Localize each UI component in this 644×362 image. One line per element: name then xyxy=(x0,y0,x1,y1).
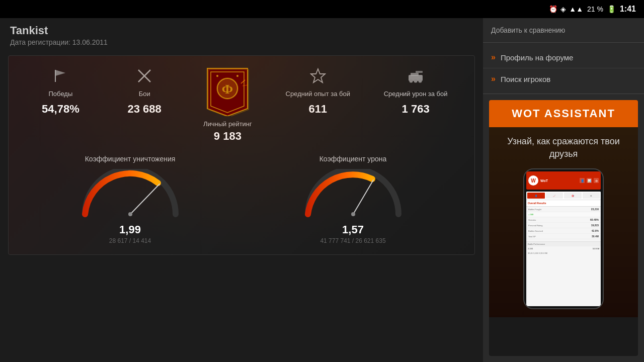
stat-avg-exp: Средний опыт за бой 611 xyxy=(286,66,350,116)
phone-top-bar: W WoT 👤 📊 ⚙ xyxy=(526,171,601,190)
destroy-coeff-label: Коэффициент уничтожения xyxy=(85,155,176,163)
phone-nav-item-2: 📈 xyxy=(546,193,564,199)
phone-row-4: Personal Rating 19,815 xyxy=(526,223,601,228)
svg-point-24 xyxy=(351,212,355,216)
tank-icon xyxy=(407,66,425,86)
wot-assistant-tagline: Узнай, как сражаются твои друзья xyxy=(497,135,630,160)
gauges-row: Коэффициент уничтожения xyxy=(19,155,464,244)
svg-rect-16 xyxy=(411,73,419,76)
avg-exp-value: 611 xyxy=(308,103,327,116)
avg-exp-label: Средний опыт за бой xyxy=(286,90,350,99)
destroy-coeff-sub: 28 617 / 14 414 xyxy=(109,237,151,244)
svg-point-11 xyxy=(236,75,238,77)
right-panel: Добавить к сравнению » Профиль на форуме… xyxy=(483,18,644,362)
center-emblem: Ф Личный рейтинг 9 183 xyxy=(203,66,252,143)
right-links: » Профиль на форуме » Поиск игроков xyxy=(483,43,644,94)
battles-label: Бои xyxy=(139,90,150,99)
phone-icon-2: 📊 xyxy=(587,178,592,183)
damage-gauge-canvas xyxy=(303,169,404,219)
stats-card: Победы 54,78% Бои 23 688 xyxy=(8,55,475,255)
gauge-damage: Коэффициент урона xyxy=(303,155,404,244)
username: Tankist xyxy=(10,24,473,37)
stats-top-row: Победы 54,78% Бои 23 688 xyxy=(19,66,464,143)
phone-nav: 👤 📈 🎯 ⚙ xyxy=(526,192,601,200)
link-forum-profile[interactable]: » Профиль на форуме xyxy=(483,47,644,68)
phone-row-3: Victories 60.49% xyxy=(526,217,601,223)
svg-text:Ф: Ф xyxy=(222,82,233,97)
arrow-icon-2: » xyxy=(491,74,496,83)
phone-stats-row: 30,41 3,410 2,811 0M xyxy=(526,251,601,255)
victories-label: Победы xyxy=(49,90,73,99)
wot-assistant-body: Узнай, как сражаются твои друзья W WoT 👤… xyxy=(489,127,638,317)
phone-nav-item-3: 🎯 xyxy=(564,193,582,199)
avg-damage-label: Средний урон за бой xyxy=(384,90,448,99)
gauge-destroy: Коэффициент уничтожения xyxy=(80,155,181,244)
status-icons: ⏰ ◈ ▲▲ xyxy=(549,5,583,13)
phone-row-2: + 568 xyxy=(526,212,601,217)
stat-avg-damage: Средний урон за бой 1 763 xyxy=(384,66,448,116)
right-top: Добавить к сравнению xyxy=(483,18,644,43)
stat-victories: Победы 54,78% xyxy=(35,66,86,116)
phone-wot-logo: W xyxy=(528,175,538,186)
phone-row-6: Total XP 30.4M xyxy=(526,234,601,239)
svg-rect-17 xyxy=(416,71,423,73)
wot-assistant-title: WOT ASSISTANT xyxy=(497,107,630,120)
phone-row-1: Battles Fought 23,216 xyxy=(526,207,601,212)
svg-point-22 xyxy=(128,212,132,216)
damage-coeff-label: Коэффициент урона xyxy=(319,155,387,163)
victories-value: 54,78% xyxy=(42,103,79,116)
battles-value: 23 688 xyxy=(128,103,162,116)
status-bar: ⏰ ◈ ▲▲ 21 % 🔋 1:41 xyxy=(0,0,644,18)
header-section: Tankist Дата регистрации: 13.06.2011 xyxy=(0,18,483,50)
wot-assistant-ad[interactable]: WOT ASSISTANT Узнай, как сражаются твои … xyxy=(489,100,638,356)
svg-line-21 xyxy=(130,184,159,214)
star-icon xyxy=(310,66,326,86)
phone-screen-inner: 👤 📈 🎯 ⚙ Overall Results Battles Fought 2… xyxy=(526,192,601,306)
link-player-search[interactable]: » Поиск игроков xyxy=(483,68,644,89)
phone-nav-item-1: 👤 xyxy=(527,193,545,199)
phone-icon-3: ⚙ xyxy=(594,178,599,183)
signal-icon: ▲▲ xyxy=(569,5,583,13)
rating-label: Личный рейтинг xyxy=(203,120,252,128)
destroy-gauge-canvas xyxy=(80,169,181,219)
link-player-search-text: Поиск игроков xyxy=(501,75,550,83)
wifi-icon: ◈ xyxy=(560,5,566,13)
link-forum-profile-text: Профиль на форуме xyxy=(501,53,574,62)
alarm-icon: ⏰ xyxy=(549,5,557,13)
phone-section-title: Overall Results xyxy=(526,200,601,207)
svg-point-19 xyxy=(414,79,418,83)
flag-icon xyxy=(52,66,68,86)
phone-icon-1: 👤 xyxy=(580,178,585,183)
clock: 1:41 xyxy=(620,5,636,14)
svg-marker-14 xyxy=(311,69,325,82)
reg-date: Дата регистрации: 13.06.2011 xyxy=(10,38,473,46)
wot-assistant-header: WOT ASSISTANT xyxy=(489,100,638,127)
destroy-coeff-value: 1,99 xyxy=(119,223,141,236)
svg-point-20 xyxy=(419,79,422,83)
avg-damage-value: 1 763 xyxy=(402,103,430,116)
arrow-icon-1: » xyxy=(491,53,496,62)
phone-battle-perf-row: 2,193 50.91M xyxy=(526,246,601,251)
svg-marker-1 xyxy=(55,70,65,76)
phone-nav-item-4: ⚙ xyxy=(583,193,600,199)
damage-coeff-sub: 41 777 741 / 26 621 635 xyxy=(320,237,385,244)
swords-icon xyxy=(136,66,152,86)
phone-mockup: W WoT 👤 📊 ⚙ 👤 📈 🎯 xyxy=(523,168,604,309)
battery-icon: 🔋 xyxy=(607,5,616,13)
damage-coeff-value: 1,57 xyxy=(342,223,364,236)
add-comparison-btn[interactable]: Добавить к сравнению xyxy=(491,24,636,36)
svg-point-10 xyxy=(216,75,218,77)
stat-battles: Бои 23 688 xyxy=(119,66,170,116)
phone-row-5: Battles Survived 42.9% xyxy=(526,228,601,234)
svg-point-18 xyxy=(410,79,413,83)
rating-value: 9 183 xyxy=(214,130,242,143)
left-panel: Tankist Дата регистрации: 13.06.2011 Поб… xyxy=(0,18,483,362)
battery-level: 21 % xyxy=(587,5,603,13)
svg-line-23 xyxy=(353,180,373,214)
main-content: Tankist Дата регистрации: 13.06.2011 Поб… xyxy=(0,18,644,362)
phone-battle-perf-label: Battle Performance xyxy=(526,241,601,246)
wot-emblem: Ф xyxy=(205,66,250,116)
